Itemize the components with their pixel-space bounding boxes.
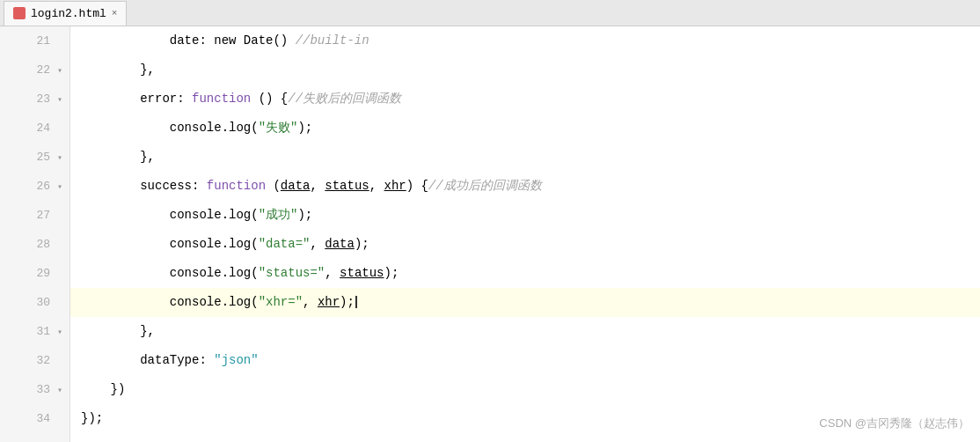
gutter-row: 32 — [0, 346, 69, 375]
underlined-identifier: xhr — [318, 295, 340, 309]
line-content: console.log("status=", status); — [81, 259, 399, 288]
gutter-row: 21 — [0, 26, 69, 55]
underlined-identifier: data — [281, 179, 311, 193]
line-content: dataType: "json" — [81, 346, 259, 375]
fold-icon[interactable]: ▾ — [54, 151, 66, 164]
underlined-identifier: status — [340, 266, 384, 280]
line-content: console.log("失败"); — [81, 114, 312, 143]
line-number: 29 — [29, 267, 50, 280]
fold-icon — [54, 210, 66, 222]
gutter-row: 31▾ — [0, 317, 69, 346]
line-number: 34 — [29, 412, 50, 425]
code-text: ); — [340, 295, 355, 309]
fold-icon — [54, 122, 66, 135]
tab-login2[interactable]: login2.html × — [4, 1, 127, 26]
line-content: }, — [81, 143, 155, 172]
code-text: ); — [355, 237, 369, 251]
string-literal: "成功" — [259, 208, 298, 222]
code-line: success: function (data, status, xhr) {/… — [70, 172, 980, 201]
keyword: function — [207, 179, 266, 193]
code-text: }, — [81, 324, 155, 338]
gutter-row: 33▾ — [0, 375, 69, 404]
tab-close-button[interactable]: × — [112, 8, 118, 18]
gutter-row: 28 — [0, 230, 69, 259]
code-text: }, — [81, 150, 155, 164]
line-number: 24 — [29, 122, 50, 135]
line-number: 26 — [29, 180, 50, 193]
gutter-row: 22▾ — [0, 55, 69, 85]
code-text: console.log( — [81, 121, 259, 135]
line-number: 32 — [29, 354, 50, 367]
code-line: }, — [70, 143, 980, 172]
line-number: 30 — [29, 296, 50, 309]
code-text: ( — [266, 179, 281, 193]
line-content: date: new Date() //built-in — [81, 26, 369, 55]
code-text: console.log( — [81, 208, 259, 222]
fold-icon[interactable]: ▾ — [54, 180, 66, 193]
gutter-row: 29 — [0, 259, 69, 288]
code-line: date: new Date() //built-in — [70, 26, 980, 55]
code-line: }) — [70, 375, 980, 404]
fold-icon — [54, 268, 66, 280]
fold-icon[interactable]: ▾ — [54, 93, 66, 106]
fold-icon — [54, 413, 66, 425]
code-text: ); — [384, 266, 399, 280]
code-text: ); — [297, 208, 312, 222]
line-gutter: 2122▾23▾2425▾26▾2728293031▾3233▾34 — [0, 26, 70, 442]
line-number: 21 — [29, 34, 50, 48]
code-text: console.log( — [81, 295, 259, 309]
code-text: , — [310, 179, 325, 193]
line-number: 25 — [29, 151, 50, 164]
line-content: console.log("xhr=", xhr); — [81, 288, 357, 317]
code-line: console.log("成功"); — [70, 201, 980, 230]
line-content: error: function () {//失败后的回调函数 — [81, 85, 401, 114]
comment: //成功后的回调函数 — [428, 179, 542, 193]
line-content: }) — [81, 375, 125, 404]
tab-bar: login2.html × — [0, 0, 980, 26]
string-literal: "json" — [214, 353, 258, 367]
underlined-identifier: status — [325, 179, 369, 193]
fold-icon[interactable]: ▾ — [54, 64, 66, 77]
line-number: 33 — [29, 383, 50, 396]
string-literal: "xhr=" — [259, 295, 303, 309]
fold-icon[interactable]: ▾ — [54, 384, 66, 396]
fold-icon — [54, 297, 66, 309]
code-line: dataType: "json" — [70, 346, 980, 375]
tab-label: login2.html — [31, 7, 106, 20]
comment: //built-in — [296, 33, 369, 48]
fold-icon — [54, 35, 66, 48]
code-text: ); — [297, 121, 312, 135]
gutter-row: 24 — [0, 114, 69, 143]
code-line: }, — [70, 317, 980, 346]
fold-icon[interactable]: ▾ — [54, 326, 66, 338]
code-text: console.log( — [81, 237, 259, 251]
gutter-row: 27 — [0, 201, 69, 230]
editor-area: 2122▾23▾2425▾26▾2728293031▾3233▾34 date:… — [0, 26, 980, 442]
code-line: console.log("xhr=", xhr); — [70, 288, 980, 317]
line-content: console.log("data=", data); — [81, 230, 369, 259]
code-text: dataType: — [81, 353, 214, 367]
code-line: error: function () {//失败后的回调函数 — [70, 85, 980, 114]
code-text: }) — [81, 382, 125, 396]
string-literal: "status=" — [259, 266, 325, 280]
fold-icon — [54, 355, 66, 367]
gutter-row: 23▾ — [0, 85, 69, 114]
line-content: success: function (data, status, xhr) {/… — [81, 172, 542, 201]
line-number: 27 — [29, 209, 50, 222]
underlined-identifier: data — [325, 237, 355, 251]
line-number: 22 — [29, 63, 50, 77]
line-content: }, — [81, 317, 155, 346]
text-cursor — [355, 296, 357, 308]
code-text: error: — [81, 92, 192, 106]
comment: //失败后的回调函数 — [288, 92, 401, 106]
code-text: , — [310, 237, 325, 251]
code-text: }, — [81, 63, 155, 77]
line-content: console.log("成功"); — [81, 201, 312, 230]
line-content: }, — [81, 55, 155, 85]
code-text: }); — [81, 411, 103, 425]
code-area[interactable]: date: new Date() //built-in }, error: fu… — [70, 26, 980, 433]
code-line: console.log("data=", data); — [70, 230, 980, 259]
fold-icon — [54, 239, 66, 251]
code-text: , — [325, 266, 340, 280]
editor-wrapper: date: new Date() //built-in }, error: fu… — [70, 26, 980, 442]
